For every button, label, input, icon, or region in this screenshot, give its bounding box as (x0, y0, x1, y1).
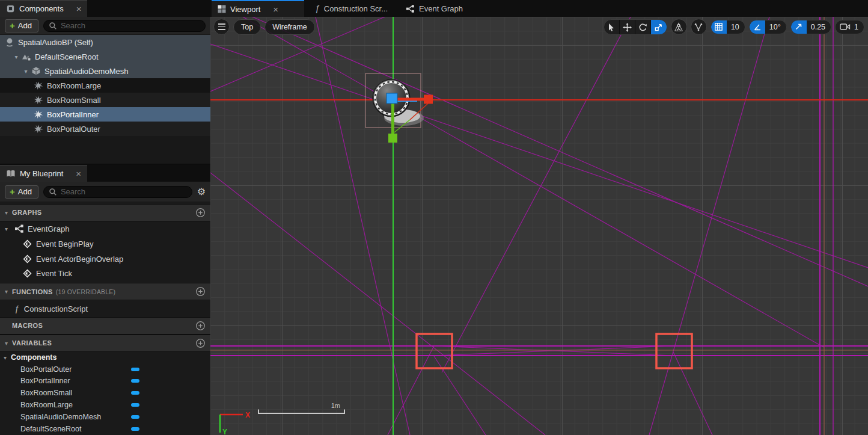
select-tool-button[interactable] (604, 20, 620, 35)
grid-snap-value[interactable]: 10 (727, 23, 745, 31)
tree-row-label: SpatialAudioBP (Self) (18, 38, 93, 47)
coordinate-space-button[interactable] (671, 19, 687, 35)
function-icon: ƒ (14, 304, 19, 313)
tab-components[interactable]: Components × (0, 0, 87, 17)
variable-type-pill[interactable] (131, 368, 139, 371)
grid-snap-icon[interactable] (711, 20, 727, 34)
close-icon[interactable]: × (273, 5, 278, 14)
scale-tool-button[interactable] (651, 20, 667, 35)
chevron-down-icon[interactable]: ▾ (4, 354, 11, 361)
my-blueprint-body: ▾ GRAPHS ▾ EventGraph (0, 202, 210, 435)
tree-row-boxportalouter[interactable]: BoxPortalOuter (0, 122, 210, 136)
rotate-tool-button[interactable] (635, 20, 651, 35)
my-blueprint-search-input[interactable]: Search (43, 186, 192, 198)
chevron-down-icon[interactable]: ▾ (5, 209, 12, 216)
event-beginplay-row[interactable]: Event BeginPlay (0, 236, 210, 251)
tab-my-blueprint[interactable]: My Blueprint × (0, 165, 87, 182)
variable-row-boxportalouter[interactable]: BoxPortalOuter (0, 363, 210, 375)
variable-type-pill[interactable] (131, 379, 139, 383)
tree-row-spatialaudiobp[interactable]: SpatialAudioBP (Self) (0, 35, 210, 49)
box-collision-icon (34, 110, 43, 119)
construction-script-row[interactable]: ƒ ConstructionScript (0, 300, 210, 317)
add-variable-icon[interactable] (195, 338, 206, 348)
scale-snap-value[interactable]: 0.25 (807, 23, 831, 31)
rotation-snap-icon[interactable] (750, 20, 765, 34)
search-icon (49, 22, 57, 30)
add-function-icon[interactable] (195, 286, 206, 297)
tree-row-spatialaudiodemomesh[interactable]: ▾ SpatialAudioDemoMesh (0, 64, 210, 78)
event-actorbeginoverlap-row[interactable]: Event ActorBeginOverlap (0, 251, 210, 267)
close-icon[interactable]: × (76, 4, 82, 13)
portal-box-right[interactable] (656, 334, 692, 368)
add-blueprint-item-button[interactable]: + Add (5, 185, 38, 199)
grid-snap-control[interactable]: 10 (711, 20, 745, 34)
variable-row-boxportalinner[interactable]: BoxPortalInner (0, 375, 210, 387)
variable-type-pill[interactable] (131, 391, 139, 395)
camera-speed-value[interactable]: 1 (854, 23, 858, 31)
viewport-scene: 1m X Y (210, 17, 868, 435)
viewport-tab-icon (218, 5, 226, 13)
rotation-snap-control[interactable]: 10° (749, 20, 787, 34)
tree-row-boxportalinner-selected[interactable]: BoxPortalInner (0, 107, 210, 122)
variable-type-pill[interactable] (131, 403, 139, 407)
tree-row-boxroomlarge[interactable]: BoxRoomLarge (0, 78, 210, 93)
variable-row-defaultsceneroot[interactable]: DefaultSceneRoot (0, 423, 210, 435)
snap-icon (694, 22, 703, 32)
variable-row-boxroomsmall[interactable]: BoxRoomSmall (0, 387, 210, 399)
gizmo-x-handle[interactable] (424, 95, 433, 104)
axis-widget: X Y (220, 411, 250, 435)
chevron-down-icon[interactable]: ▾ (5, 226, 12, 232)
chevron-down-icon[interactable]: ▾ (5, 288, 12, 295)
viewport-options-button[interactable] (213, 19, 230, 35)
chevron-down-icon[interactable]: ▾ (13, 54, 19, 60)
camera-speed-control[interactable]: 1 (835, 20, 864, 34)
variable-row-boxroomlarge[interactable]: BoxRoomLarge (0, 399, 210, 411)
variable-row-spatialaudiodemomesh[interactable]: SpatialAudioDemoMesh (0, 411, 210, 423)
tab-viewport[interactable]: Viewport × (212, 0, 304, 17)
gear-icon[interactable]: ⚙ (197, 187, 206, 197)
variable-type-pill[interactable] (131, 415, 139, 419)
variables-category-components[interactable]: ▾ Components (0, 352, 210, 363)
box-collision-icon (34, 95, 43, 105)
search-icon (49, 188, 57, 196)
close-icon[interactable]: × (76, 169, 81, 178)
gizmo-center-handle[interactable] (387, 93, 397, 103)
transform-tool-group (604, 19, 667, 35)
chevron-down-icon[interactable]: ▾ (5, 340, 12, 347)
render-mode-button[interactable]: Wireframe (264, 19, 315, 35)
surface-snapping-button[interactable] (691, 19, 707, 35)
tree-row-defaultsceneroot[interactable]: ▾ DefaultSceneRoot (0, 49, 210, 64)
tree-row-boxroomsmall[interactable]: BoxRoomSmall (0, 93, 210, 107)
event-tick-row[interactable]: Event Tick (0, 266, 210, 281)
gizmo-y-handle[interactable] (388, 134, 397, 143)
move-tool-button[interactable] (620, 20, 635, 35)
move-icon (623, 23, 632, 32)
components-tab-label: Components (19, 4, 64, 13)
chevron-down-icon[interactable]: ▾ (23, 68, 29, 75)
functions-section-header[interactable]: ▾ FUNCTIONS (19 OVERRIDABLE) (0, 283, 210, 300)
components-search-input[interactable]: Search (43, 20, 206, 32)
audio-sprite[interactable] (373, 79, 424, 126)
add-graph-icon[interactable] (195, 208, 206, 218)
add-macro-icon[interactable] (195, 321, 206, 331)
graphs-section-header[interactable]: ▾ GRAPHS (0, 204, 210, 221)
book-icon (6, 170, 16, 178)
event-graph-row[interactable]: ▾ EventGraph (0, 221, 210, 236)
variables-section-header[interactable]: ▾ VARIABLES (0, 335, 210, 352)
rotation-snap-value[interactable]: 10° (765, 23, 786, 31)
components-toolbar: + Add Search (0, 17, 210, 34)
tab-construction-script[interactable]: ƒ Construction Scr... (309, 0, 394, 17)
view-mode-button[interactable]: Top (233, 19, 261, 35)
viewport-pane: Viewport × ƒ Construction Scr... Event G… (210, 0, 868, 435)
components-tab-icon (6, 4, 15, 13)
axis-x-label: X (245, 411, 250, 419)
cursor-icon (607, 23, 616, 32)
macros-section-header[interactable]: MACROS (0, 317, 210, 335)
scale-snap-control[interactable]: 0.25 (790, 20, 831, 34)
tab-event-graph[interactable]: Event Graph (400, 0, 469, 17)
scale-snap-icon[interactable] (791, 20, 807, 34)
viewport-canvas[interactable]: 1m X Y Top Wireframe (210, 17, 868, 435)
wireframe-lines (210, 17, 868, 435)
variable-type-pill[interactable] (131, 427, 139, 431)
add-component-button[interactable]: + Add (5, 19, 38, 32)
